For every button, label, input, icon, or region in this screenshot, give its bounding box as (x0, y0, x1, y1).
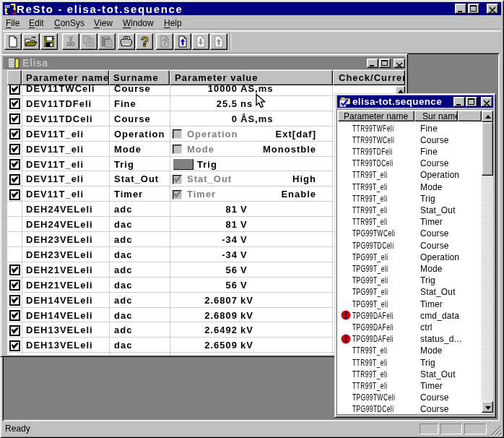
svg-text:?: ? (162, 38, 168, 48)
svg-text:?: ? (141, 35, 149, 48)
